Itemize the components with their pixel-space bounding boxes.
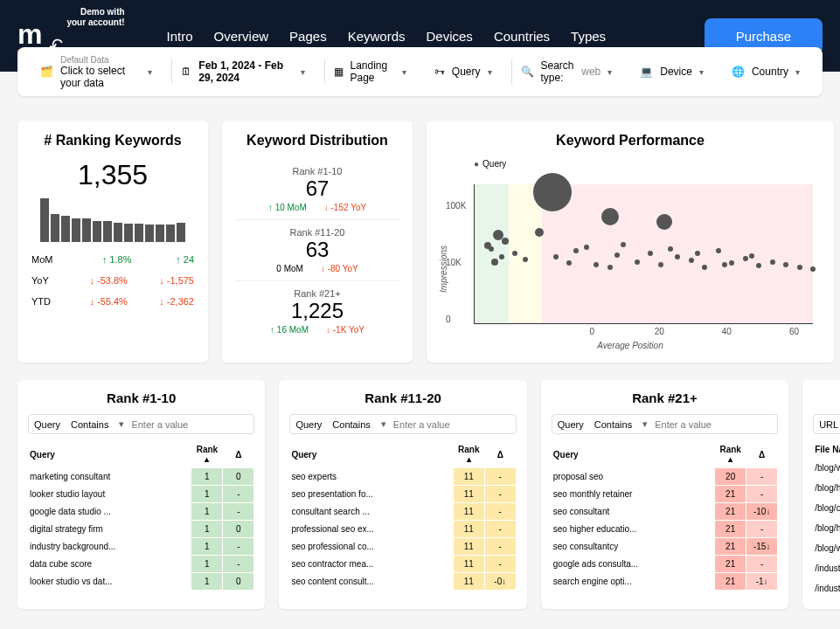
data-icon: 🗂️ xyxy=(40,66,53,78)
data-point[interactable] xyxy=(566,260,572,266)
date-range-selector[interactable]: 🗓 Feb 1, 2024 - Feb 29, 2024 ▾ xyxy=(171,59,313,84)
nav-countries[interactable]: Countries xyxy=(494,29,550,44)
table-row[interactable]: looker studio vs dat...10 xyxy=(28,573,254,591)
table-row[interactable]: seo monthly retainer21- xyxy=(552,486,778,503)
data-point[interactable] xyxy=(675,254,680,259)
url-row[interactable]: /industries/saas-seo/ xyxy=(813,578,840,598)
table-row[interactable]: seo content consult...11-0↓ xyxy=(289,573,516,591)
filter-input[interactable] xyxy=(393,419,514,430)
table-row[interactable]: marketing consultant10 xyxy=(28,468,254,486)
data-point[interactable] xyxy=(648,251,653,256)
url-row[interactable]: /blog/what-does-an-seo-consultant-do/ xyxy=(813,458,840,478)
table-row[interactable]: seo presentation fo...11- xyxy=(289,486,516,503)
data-point[interactable] xyxy=(668,246,673,252)
data-point[interactable] xyxy=(716,248,721,253)
table-row[interactable]: google data studio ...1- xyxy=(28,503,254,521)
table-row[interactable]: seo contractor mea...11- xyxy=(289,556,516,573)
url-row[interactable]: /blog/how-to-find-a-good-seo-consultant/ xyxy=(813,518,840,538)
data-point[interactable] xyxy=(607,265,613,270)
chart-legend: Query xyxy=(439,159,822,169)
table-row[interactable]: industry background...1- xyxy=(28,538,254,556)
data-point[interactable] xyxy=(689,258,694,263)
url-row[interactable]: /blog/what-to-include-in-an-seo-proposal… xyxy=(813,538,840,558)
data-point[interactable] xyxy=(614,252,620,258)
data-point[interactable] xyxy=(535,228,544,237)
nav-pages[interactable]: Pages xyxy=(289,29,327,44)
table-row[interactable]: seo consultant21-10↓ xyxy=(552,503,778,521)
data-point[interactable] xyxy=(810,266,816,272)
card-title: Ranking URLs xyxy=(813,391,840,405)
query-filter[interactable]: 🗝 Query ▾ xyxy=(426,66,501,78)
data-point[interactable] xyxy=(658,262,663,267)
table-row[interactable]: seo higher educatio...21- xyxy=(552,521,778,538)
data-point[interactable] xyxy=(491,259,498,266)
data-point[interactable] xyxy=(695,251,700,256)
keyword-distribution-card: Keyword Distribution Rank #1-1067↑ 10 Mo… xyxy=(222,121,413,363)
url-row[interactable]: /blog/how-much-does-seo-cost/ xyxy=(813,478,840,498)
data-selector[interactable]: 🗂️ Default DataClick to select your data… xyxy=(31,55,161,89)
nav-overview[interactable]: Overview xyxy=(214,29,269,44)
data-point[interactable] xyxy=(783,262,788,267)
search-type-filter[interactable]: 🔍 Search type:web ▾ xyxy=(511,59,621,84)
data-point[interactable] xyxy=(594,262,599,267)
data-point[interactable] xyxy=(656,214,672,230)
nav-keywords[interactable]: Keywords xyxy=(348,29,406,44)
table-row[interactable]: seo experts11- xyxy=(289,468,516,486)
card-title: Rank #11-20 xyxy=(289,391,516,405)
data-point[interactable] xyxy=(502,238,509,245)
filter-input[interactable] xyxy=(131,419,252,430)
data-point[interactable] xyxy=(489,246,494,252)
data-point[interactable] xyxy=(743,256,748,261)
table-row[interactable]: proposal seo20- xyxy=(552,468,778,486)
table-row[interactable]: looker studio layout1- xyxy=(28,486,254,503)
data-point[interactable] xyxy=(749,253,754,259)
dist-row: Rank #21+1,225↑ 16 MoM↓ -1K YoY xyxy=(234,281,400,342)
demo-callout: Demo withyour account! xyxy=(66,7,124,28)
filter-input[interactable] xyxy=(655,419,775,430)
device-filter[interactable]: 💻 Device ▾ xyxy=(631,66,712,78)
data-point[interactable] xyxy=(729,260,734,266)
filter-row[interactable]: URLContains▾ xyxy=(813,414,840,434)
data-point[interactable] xyxy=(621,242,626,247)
table-row[interactable]: professional seo ex...11- xyxy=(289,521,516,538)
table-row[interactable]: search engine opti...21-1↓ xyxy=(552,573,778,591)
nav-devices[interactable]: Devices xyxy=(427,29,473,44)
data-point[interactable] xyxy=(573,248,579,253)
data-point[interactable] xyxy=(797,265,802,270)
data-point[interactable] xyxy=(635,259,640,265)
filter-row[interactable]: QueryContains▾ xyxy=(552,414,778,434)
filter-row[interactable]: QueryContains▾ xyxy=(28,414,254,434)
filter-row[interactable]: QueryContains▾ xyxy=(289,414,516,434)
data-point[interactable] xyxy=(533,173,572,211)
search-icon: 🔍 xyxy=(521,66,534,78)
table-row[interactable]: digital strategy firm10 xyxy=(28,521,254,538)
chevron-down-icon: ▾ xyxy=(795,67,800,77)
rank-table: QueryRank ▴Δmarketing consultant10looker… xyxy=(28,441,254,591)
y-tick: 100K xyxy=(446,201,466,211)
stat-row: YTD↓ -55.4%↓ -2,362 xyxy=(30,291,196,312)
y-tick: 10K xyxy=(446,258,462,267)
table-row[interactable]: seo consultantcy21-15↓ xyxy=(552,538,778,556)
url-row[interactable]: /blog/creating-a-simple-stylish-report-u… xyxy=(813,498,840,518)
data-point[interactable] xyxy=(722,262,727,267)
table-row[interactable]: seo professional co...11- xyxy=(289,538,516,556)
table-row[interactable]: data cube score1- xyxy=(28,556,254,573)
data-point[interactable] xyxy=(702,265,707,270)
data-point[interactable] xyxy=(601,208,619,225)
data-point[interactable] xyxy=(499,254,504,259)
country-filter[interactable]: 🌐 Country ▾ xyxy=(723,66,809,78)
url-row[interactable]: /industries/higher-education/ xyxy=(813,558,840,578)
data-point[interactable] xyxy=(512,251,517,256)
data-point[interactable] xyxy=(584,245,589,250)
card-title: Rank #21+ xyxy=(552,391,778,405)
data-point[interactable] xyxy=(770,259,775,265)
table-row[interactable]: consultant search ...11- xyxy=(289,503,516,521)
data-point[interactable] xyxy=(553,254,559,259)
data-point[interactable] xyxy=(523,257,528,262)
nav-types[interactable]: Types xyxy=(571,29,606,44)
data-point[interactable] xyxy=(756,263,761,268)
nav-intro[interactable]: Intro xyxy=(167,29,193,44)
landing-page-filter[interactable]: ▦ Landing Page ▾ xyxy=(324,59,415,84)
scatter-chart[interactable]: Impressions Average Position 02040608010… xyxy=(439,176,822,350)
table-row[interactable]: google ads consulta...21- xyxy=(552,556,778,573)
